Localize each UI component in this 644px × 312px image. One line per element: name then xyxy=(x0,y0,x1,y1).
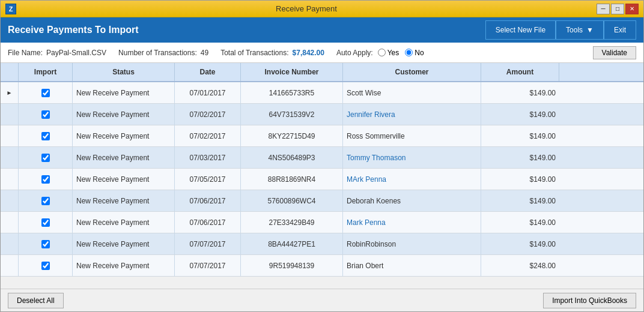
import-checkbox[interactable] xyxy=(41,89,50,97)
table-row: ► New Receive Payment 07/01/2017 1416657… xyxy=(1,82,643,104)
amount-cell: $149.00 xyxy=(481,104,559,125)
invoice-cell: 88R81869NR4 xyxy=(241,169,343,190)
table-row: New Receive Payment 07/07/2017 8BA44427P… xyxy=(1,233,643,255)
num-transactions-item: Number of Transactions: 49 xyxy=(118,49,208,57)
auto-apply-yes-radio[interactable] xyxy=(378,49,386,56)
date-cell: 07/02/2017 xyxy=(175,104,241,125)
table-row: New Receive Payment 07/07/2017 9R5199481… xyxy=(1,255,643,277)
row-arrow-icon: ► xyxy=(7,89,13,96)
import-checkbox[interactable] xyxy=(41,218,50,227)
customer-cell[interactable]: Jennifer Rivera xyxy=(343,104,481,125)
num-transactions-value: 49 xyxy=(201,49,208,57)
customer-cell: Deborah Koenes xyxy=(343,190,481,211)
date-cell: 07/01/2017 xyxy=(175,82,241,103)
import-checkbox[interactable] xyxy=(41,132,50,140)
table-row: New Receive Payment 07/02/2017 8KY22715D… xyxy=(1,125,643,147)
status-cell: New Receive Payment xyxy=(73,147,175,168)
invoice-cell: 64V731539V2 xyxy=(241,104,343,125)
total-label: Total of Transactions: xyxy=(220,49,288,57)
table-body: ► New Receive Payment 07/01/2017 1416657… xyxy=(1,82,643,277)
import-button[interactable]: Import Into QuickBooks xyxy=(543,293,636,308)
row-indicator xyxy=(1,169,19,190)
invoice-cell: 9R519948139 xyxy=(241,255,343,276)
date-cell: 07/06/2017 xyxy=(175,212,241,233)
date-cell: 07/07/2017 xyxy=(175,233,241,254)
import-checkbox[interactable] xyxy=(41,154,50,162)
date-cell: 07/06/2017 xyxy=(175,190,241,211)
table-row: New Receive Payment 07/05/2017 88R81869N… xyxy=(1,169,643,190)
invoice-cell: 27E33429B49 xyxy=(241,212,343,233)
auto-apply-item: Auto Apply: Yes No xyxy=(336,49,424,57)
col-date: Date xyxy=(175,63,241,81)
row-indicator xyxy=(1,125,19,146)
row-indicator xyxy=(1,233,19,254)
data-table: Import Status Date Invoice Number Custom… xyxy=(1,63,643,289)
import-checkbox[interactable] xyxy=(41,110,50,119)
table-row: New Receive Payment 07/02/2017 64V731539… xyxy=(1,104,643,125)
status-cell: New Receive Payment xyxy=(73,233,175,254)
import-cell[interactable] xyxy=(19,147,73,168)
import-cell[interactable] xyxy=(19,82,73,103)
customer-cell[interactable]: Tommy Thomason xyxy=(343,147,481,168)
import-cell[interactable] xyxy=(19,125,73,146)
maximize-button[interactable]: □ xyxy=(611,4,624,14)
customer-cell[interactable]: MArk Penna xyxy=(343,169,481,190)
import-checkbox[interactable] xyxy=(41,262,50,270)
row-indicator xyxy=(1,190,19,211)
status-cell: New Receive Payment xyxy=(73,125,175,146)
info-bar: File Name: PayPal-Small.CSV Number of Tr… xyxy=(1,43,643,63)
exit-button[interactable]: Exit xyxy=(604,20,636,40)
customer-cell: Brian Obert xyxy=(343,255,481,276)
main-window: Z Receive Payment ─ □ ✕ Receive Payments… xyxy=(0,0,644,312)
date-cell: 07/05/2017 xyxy=(175,169,241,190)
window-title: Receive Payment xyxy=(16,4,597,13)
col-arrow xyxy=(1,63,19,81)
import-cell[interactable] xyxy=(19,255,73,276)
tools-button[interactable]: Tools ▼ xyxy=(556,20,604,40)
total-transactions-item: Total of Transactions: $7,842.00 xyxy=(220,49,324,57)
header-bar: Receive Payments To Import Select New Fi… xyxy=(1,17,643,43)
import-cell[interactable] xyxy=(19,212,73,233)
table-inner: Import Status Date Invoice Number Custom… xyxy=(1,63,643,277)
row-indicator xyxy=(1,147,19,168)
auto-apply-yes-item: Yes xyxy=(378,49,399,57)
title-bar: Z Receive Payment ─ □ ✕ xyxy=(1,1,643,17)
auto-apply-no-radio[interactable] xyxy=(405,49,413,56)
close-button[interactable]: ✕ xyxy=(625,4,639,14)
import-cell[interactable] xyxy=(19,233,73,254)
invoice-cell: 57600896WC4 xyxy=(241,190,343,211)
import-cell[interactable] xyxy=(19,169,73,190)
deselect-all-button[interactable]: Deselect All xyxy=(8,293,64,308)
file-name-item: File Name: PayPal-Small.CSV xyxy=(8,49,106,57)
window-controls: ─ □ ✕ xyxy=(597,4,639,14)
date-cell: 07/07/2017 xyxy=(175,255,241,276)
amount-cell: $149.00 xyxy=(481,169,559,190)
tools-dropdown-icon: ▼ xyxy=(586,26,594,34)
import-cell[interactable] xyxy=(19,190,73,211)
header-buttons: Select New File Tools ▼ Exit xyxy=(485,20,636,40)
date-cell: 07/03/2017 xyxy=(175,147,241,168)
minimize-button[interactable]: ─ xyxy=(597,4,610,14)
validate-button[interactable]: Validate xyxy=(593,46,636,59)
table-header: Import Status Date Invoice Number Custom… xyxy=(1,63,643,82)
table-row: New Receive Payment 07/06/2017 27E33429B… xyxy=(1,212,643,233)
total-value: $7,842.00 xyxy=(293,49,324,57)
customer-cell: Ross Sommerville xyxy=(343,125,481,146)
app-icon: Z xyxy=(5,4,16,14)
status-cell: New Receive Payment xyxy=(73,190,175,211)
col-amount: Amount xyxy=(481,63,559,81)
footer-bar: Deselect All Import Into QuickBooks xyxy=(1,289,643,311)
table-with-scrollbar: Import Status Date Invoice Number Custom… xyxy=(1,63,643,277)
invoice-cell: 4NS506489P3 xyxy=(241,147,343,168)
import-cell[interactable] xyxy=(19,104,73,125)
amount-cell: $149.00 xyxy=(481,233,559,254)
amount-cell: $149.00 xyxy=(481,82,559,103)
customer-cell[interactable]: Mark Penna xyxy=(343,212,481,233)
status-cell: New Receive Payment xyxy=(73,82,175,103)
col-invoice: Invoice Number xyxy=(241,63,343,81)
import-checkbox[interactable] xyxy=(41,197,50,205)
import-checkbox[interactable] xyxy=(41,240,50,248)
import-checkbox[interactable] xyxy=(41,175,50,184)
select-new-file-button[interactable]: Select New File xyxy=(485,20,556,40)
scrollbar-header-spacer xyxy=(559,63,569,81)
